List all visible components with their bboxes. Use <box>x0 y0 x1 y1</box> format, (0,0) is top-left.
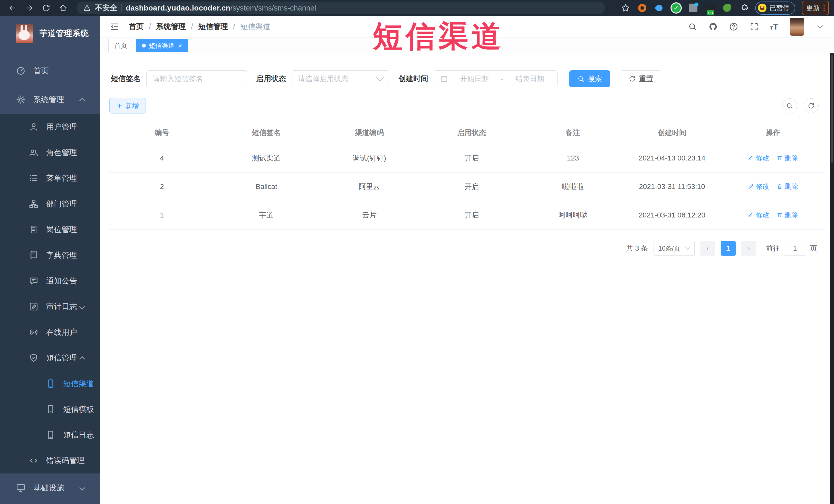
extension-orange-ring-icon[interactable] <box>637 3 648 13</box>
font-size-icon[interactable]: тT <box>770 22 778 31</box>
browser-back-button[interactable] <box>5 2 20 14</box>
sign-filter-label: 短信签名 <box>111 74 141 84</box>
sidebar-item-post-mgmt[interactable]: 岗位管理 <box>0 217 100 242</box>
page-size-value: 10条/页 <box>658 244 680 253</box>
sidebar-item-notice[interactable]: 通知公告 <box>0 268 100 294</box>
sidebar-item-sms-log[interactable]: 短信日志 <box>0 422 100 448</box>
sidebar-item-user-mgmt[interactable]: 用户管理 <box>0 114 100 140</box>
paused-pill-button[interactable]: 已暂停 <box>755 2 795 15</box>
time-filter-label: 创建时间 <box>398 74 428 84</box>
breadcrumb-item[interactable]: 系统管理 <box>156 22 186 32</box>
cell-created: 2021-03-31 06:12:20 <box>623 201 721 229</box>
page-number-button[interactable]: 1 <box>721 241 736 256</box>
browser-update-button[interactable]: 更新 <box>802 1 829 15</box>
menu-list-icon <box>29 173 39 183</box>
phone-icon <box>46 404 56 414</box>
sidebar-item-audit-log[interactable]: 审计日志 <box>0 294 100 320</box>
breadcrumb-item[interactable]: 短信管理 <box>198 22 228 32</box>
extension-leaf-icon[interactable] <box>722 3 732 13</box>
browser-scrollbar[interactable] <box>830 53 834 504</box>
breadcrumb-item[interactable]: 首页 <box>129 22 144 32</box>
delete-button[interactable]: 删除 <box>776 154 798 162</box>
edit-button[interactable]: 修改 <box>748 182 769 191</box>
user-icon <box>29 122 39 132</box>
edit-button[interactable]: 修改 <box>748 211 769 220</box>
sidebar-item-dept-mgmt[interactable]: 部门管理 <box>0 191 100 217</box>
sidebar-item-role-mgmt[interactable]: 角色管理 <box>0 140 100 165</box>
sidebar-item-sms-template[interactable]: 短信模板 <box>0 396 100 422</box>
delete-button[interactable]: 删除 <box>776 182 798 191</box>
prev-page-button[interactable]: ‹ <box>700 241 715 256</box>
github-icon[interactable] <box>708 22 718 31</box>
extension-grid-icon[interactable] <box>688 3 698 13</box>
security-warning-icon <box>83 4 91 12</box>
sidebar-collapse-icon[interactable] <box>109 22 119 32</box>
end-date-placeholder[interactable]: 结束日期 <box>508 74 551 84</box>
date-range-separator: - <box>501 75 503 83</box>
chevron-up-icon <box>79 98 85 104</box>
extensions-puzzle-icon[interactable] <box>739 3 748 13</box>
help-icon[interactable] <box>729 22 738 31</box>
delete-button-label: 删除 <box>785 182 798 191</box>
delete-trash-icon <box>776 155 783 161</box>
table-row: 2Ballcat阿里云开启啦啦啦2021-03-31 11:53:10修改删除 <box>109 173 825 201</box>
reset-button[interactable]: 重置 <box>621 70 661 87</box>
edit-button[interactable]: 修改 <box>748 154 769 162</box>
sidebar-item-label: 在线用户 <box>46 327 77 337</box>
start-date-placeholder[interactable]: 开始日期 <box>453 74 496 84</box>
chevron-down-icon[interactable] <box>815 22 825 31</box>
status-select-placeholder: 请选择启用状态 <box>298 74 348 84</box>
sidebar-item-label: 菜单管理 <box>46 173 77 183</box>
column-header: 启用状态 <box>420 121 523 144</box>
sidebar-item-dict-mgmt[interactable]: 字典管理 <box>0 242 100 268</box>
browser-reload-button[interactable] <box>39 2 53 14</box>
edit-button-label: 修改 <box>756 182 769 191</box>
add-button[interactable]: 新增 <box>109 98 146 113</box>
date-range-picker[interactable]: 开始日期 - 结束日期 <box>434 70 557 87</box>
sidebar-item-online-users[interactable]: 在线用户 <box>0 320 100 345</box>
address-bar[interactable]: 不安全 dashboard.yudao.iocoder.cn/system/sm… <box>76 2 605 14</box>
tab-active[interactable]: 短信渠道× <box>136 39 188 52</box>
sidebar-logo-row[interactable]: 芋道管理系统 <box>0 16 100 50</box>
sidebar-item-menu-mgmt[interactable]: 菜单管理 <box>0 165 100 191</box>
sidebar-item-error-code-mgmt[interactable]: 错误码管理 <box>0 448 100 474</box>
sign-input[interactable] <box>153 75 241 83</box>
sidebar-item-label: 角色管理 <box>46 147 77 158</box>
edit-button-label: 修改 <box>756 154 769 162</box>
delete-button[interactable]: 删除 <box>776 211 798 220</box>
sidebar-item-label: 用户管理 <box>46 122 77 132</box>
search-icon[interactable] <box>688 22 697 31</box>
page-size-select[interactable]: 10条/页 <box>654 241 695 256</box>
avatar[interactable] <box>790 18 804 36</box>
sidebar-item-infrastructure[interactable]: 基础设施 <box>0 474 100 502</box>
toggle-search-button[interactable] <box>782 98 797 113</box>
bookmark-star-icon[interactable] <box>621 3 631 13</box>
select-chevron-down-icon <box>376 73 384 81</box>
next-page-button[interactable]: › <box>741 241 756 256</box>
back-arrow-icon <box>8 4 17 12</box>
sidebar-item-sms-channel[interactable]: 短信渠道 <box>0 371 100 396</box>
status-select[interactable]: 请选择启用状态 <box>292 70 389 87</box>
sidebar-item-label: 短信管理 <box>46 353 77 363</box>
search-icon <box>577 75 585 82</box>
sidebar-item-system-mgmt[interactable]: 系统管理 <box>0 85 100 114</box>
column-header: 操作 <box>721 121 825 144</box>
extension-blue-drop-icon[interactable] <box>654 3 664 13</box>
extension-dark-on-icon[interactable] <box>705 3 715 13</box>
tab-0[interactable]: 首页 <box>108 39 133 52</box>
goto-page-input[interactable] <box>784 241 806 256</box>
extension-green-check-icon[interactable]: ✓ <box>671 3 681 13</box>
column-header: 编号 <box>109 121 215 144</box>
refresh-icon <box>629 75 636 82</box>
sidebar-item-home[interactable]: 首页 <box>0 57 100 85</box>
scrollbar-thumb[interactable] <box>831 55 833 163</box>
browser-menu-dots-icon[interactable] <box>824 5 825 11</box>
browser-home-button[interactable] <box>56 2 70 14</box>
sidebar-item-sms-mgmt[interactable]: 短信管理 <box>0 345 100 371</box>
chevron-down-icon <box>79 485 85 491</box>
search-button[interactable]: 搜索 <box>569 70 610 87</box>
fullscreen-icon[interactable] <box>749 22 759 31</box>
tab-close-icon[interactable]: × <box>178 42 182 49</box>
browser-forward-button[interactable] <box>22 2 37 14</box>
refresh-table-button[interactable] <box>804 98 818 113</box>
